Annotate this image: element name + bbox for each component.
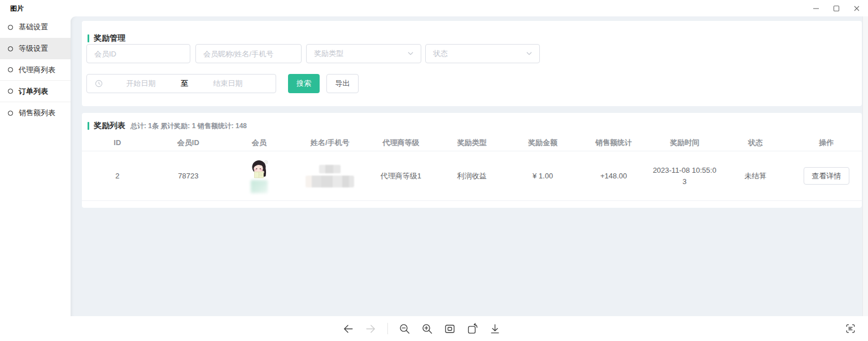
sidebar-item-sales-list[interactable]: 销售额列表 [0, 102, 71, 124]
rotate-button[interactable] [466, 323, 478, 335]
reward-time-text: 2023-11-08 10:55:03 [651, 165, 718, 187]
cell-id: 2 [82, 172, 153, 180]
zoom-out-button[interactable] [399, 323, 411, 335]
reward-list-card: 奖励列表 总计: 1条 累计奖励: 1 销售额统计: 148 ID 会员ID 会… [82, 113, 862, 208]
date-separator: 至 [178, 78, 190, 89]
circle-icon [8, 25, 13, 30]
circle-icon [8, 67, 13, 72]
arrow-right-icon [365, 323, 377, 335]
zoom-in-button[interactable] [421, 323, 433, 335]
cell-status: 未结算 [720, 171, 791, 181]
minimize-button[interactable] [806, 0, 826, 16]
viewer-tool-right [844, 316, 856, 341]
table-row: 2 78723 [82, 151, 862, 201]
maximize-icon [832, 4, 841, 13]
column-header-action: 操作 [791, 138, 862, 148]
circle-icon [8, 111, 13, 116]
sidebar-item-label: 销售额列表 [19, 108, 55, 118]
viewer-tool-group [342, 316, 501, 341]
cell-reward-amount: ¥ 1.00 [507, 172, 578, 180]
cell-reward-type: 利润收益 [437, 171, 508, 181]
zoom-out-icon [399, 323, 411, 335]
sidebar-item-level-settings[interactable]: 等级设置 [0, 38, 71, 59]
sidebar-item-basic-settings[interactable]: 基础设置 [0, 16, 71, 38]
section-title: 奖励列表 [94, 121, 125, 131]
section-marker [88, 34, 89, 42]
export-button[interactable]: 导出 [326, 74, 359, 93]
download-button[interactable] [489, 323, 501, 335]
reward-type-select[interactable]: 奖励类型 [306, 44, 421, 63]
window-titlebar: 图片 [0, 0, 868, 16]
window-title: 图片 [10, 4, 24, 14]
image-display-area: 基础设置 等级设置 代理商列表 订单列表 销售额列表 奖励管理 [0, 16, 868, 316]
sidebar-item-order-list[interactable]: 订单列表 [0, 81, 71, 102]
toolbar-divider [387, 323, 388, 334]
reward-type-placeholder: 奖励类型 [314, 49, 343, 59]
forward-button[interactable] [365, 323, 377, 335]
sidebar-item-agent-list[interactable]: 代理商列表 [0, 59, 71, 81]
filter-row-2: 开始日期 至 结束日期 搜索 导出 [86, 74, 359, 93]
fit-to-window-button[interactable] [444, 323, 456, 335]
column-header-id: ID [82, 138, 153, 147]
circle-icon [8, 46, 13, 51]
arrow-left-icon [342, 323, 354, 335]
blurred-phone [306, 176, 354, 187]
download-icon [489, 323, 501, 335]
sidebar-item-label: 基础设置 [19, 22, 48, 32]
viewer-toolbar [0, 316, 868, 341]
cell-member-id: 78723 [153, 172, 224, 180]
list-summary: 总计: 1条 累计奖励: 1 销售额统计: 148 [130, 121, 247, 131]
cell-member [224, 159, 295, 193]
reward-management-card: 奖励管理 奖励类型 状态 [82, 21, 862, 106]
zoom-in-icon [421, 323, 433, 335]
cell-sales-total: +148.00 [578, 172, 649, 180]
column-header-agent-level: 代理商等级 [365, 138, 437, 148]
blurred-avatar-artifact [251, 180, 268, 193]
status-select[interactable]: 状态 [425, 44, 540, 63]
sidebar-item-label: 代理商列表 [19, 65, 55, 75]
close-icon [852, 4, 861, 13]
section-header: 奖励管理 [88, 33, 125, 43]
column-header-sales-total: 销售额统计 [578, 138, 649, 148]
column-header-member-id: 会员ID [153, 138, 224, 148]
clock-icon [94, 79, 103, 88]
content-area: 奖励管理 奖励类型 状态 [71, 16, 862, 316]
section-marker [88, 122, 89, 130]
start-date-placeholder: 开始日期 [103, 78, 178, 89]
sidebar-item-label: 等级设置 [19, 43, 48, 54]
chevron-down-icon [406, 49, 415, 58]
member-info-input[interactable] [195, 44, 302, 63]
text-extract-icon [845, 323, 856, 334]
member-avatar [249, 159, 269, 180]
cell-action: 查看详情 [791, 167, 862, 185]
view-details-button[interactable]: 查看详情 [804, 167, 849, 185]
chevron-down-icon [525, 49, 534, 58]
column-header-reward-time: 奖励时间 [649, 138, 720, 148]
column-header-reward-amount: 奖励金额 [507, 138, 578, 148]
column-header-member: 会员 [224, 138, 295, 148]
maximize-button[interactable] [826, 0, 847, 16]
cell-agent-level: 代理商等级1 [365, 171, 437, 181]
section-header: 奖励列表 总计: 1条 累计奖励: 1 销售额统计: 148 [88, 121, 247, 131]
vertical-scrollbar[interactable] [862, 16, 868, 316]
window-controls [806, 0, 867, 16]
text-extract-button[interactable] [844, 323, 856, 335]
member-id-input[interactable] [86, 44, 190, 63]
circle-icon [8, 89, 13, 94]
column-header-reward-type: 奖励类型 [437, 138, 508, 148]
sidebar: 基础设置 等级设置 代理商列表 订单列表 销售额列表 [0, 16, 71, 316]
cell-reward-time: 2023-11-08 10:55:03 [649, 165, 720, 187]
blurred-name [319, 165, 341, 173]
back-button[interactable] [342, 323, 354, 335]
filter-row-1: 奖励类型 状态 [86, 44, 540, 63]
sidebar-item-label: 订单列表 [19, 86, 48, 97]
column-header-status: 状态 [720, 138, 791, 148]
status-placeholder: 状态 [433, 49, 448, 59]
cell-name-phone [295, 165, 366, 187]
rotate-icon [466, 323, 478, 335]
avatar-stack [249, 159, 269, 193]
close-button[interactable] [847, 0, 867, 16]
date-range-picker[interactable]: 开始日期 至 结束日期 [86, 74, 276, 93]
search-button[interactable]: 搜索 [288, 74, 320, 93]
fit-to-window-icon [444, 323, 456, 335]
